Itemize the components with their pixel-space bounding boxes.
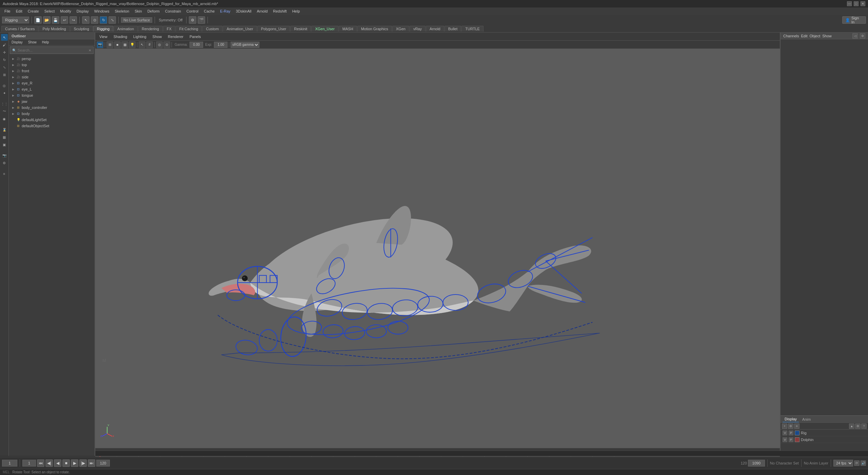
shelf-anim-user[interactable]: Animation_User (223, 26, 257, 32)
outliner-item-body-controller[interactable]: ▶ ⊞ body_controller (9, 104, 95, 111)
vp-solid-button[interactable]: ■ (114, 41, 121, 48)
layer-rig-visibility[interactable]: V (783, 431, 787, 435)
colorspace-dropdown[interactable]: sRGB gamma (231, 42, 259, 48)
select-tool-button[interactable]: ↖ (82, 16, 90, 24)
outliner-item-jaw[interactable]: ▶ ◈ jaw (9, 98, 95, 104)
menu-select[interactable]: Select (42, 8, 57, 14)
shelf-sculpting[interactable]: Sculpting (70, 26, 93, 32)
menu-control[interactable]: Control (184, 8, 201, 14)
layer-dolphin-playback[interactable]: P (789, 437, 793, 442)
layer-rig-playback[interactable]: P (789, 431, 793, 435)
settings-button[interactable]: ⚙ (1, 159, 8, 166)
menu-3dskin[interactable]: 3DskinAll (234, 8, 254, 14)
layers-help-button[interactable]: ? (861, 423, 867, 429)
outliner-item-tongue[interactable]: ▶ ⊡ tongue (9, 92, 95, 98)
camera-button[interactable]: 📷 (1, 152, 8, 159)
rotate-mode-button[interactable]: ↻ (1, 56, 8, 63)
no-live-surface-badge[interactable]: No Live Surface (121, 17, 152, 23)
vp-wireframe-button[interactable]: ⊞ (106, 41, 113, 48)
layer-options-button[interactable]: ⚙ (788, 423, 793, 429)
search-input[interactable] (18, 48, 87, 52)
shelf-bullet[interactable]: Bullet (445, 26, 461, 32)
outliner-show-menu[interactable]: Show (27, 40, 38, 44)
menu-skin[interactable]: Skin (132, 8, 144, 14)
soft-select-button[interactable]: ◎ (1, 82, 8, 89)
render-region-button[interactable]: ▦ (1, 134, 8, 140)
vp-light-button[interactable]: 💡 (129, 41, 136, 48)
vp-exposure-input[interactable] (214, 42, 228, 48)
paint-tool-button[interactable]: 🖌 (1, 41, 8, 48)
menu-constrain[interactable]: Constrain (163, 8, 183, 14)
shelf-fitcaching[interactable]: Fit Caching (176, 26, 202, 32)
layers-collapse-button[interactable]: ▲ (849, 423, 854, 429)
menu-display[interactable]: Display (74, 8, 91, 14)
expand-right-button[interactable]: ◁ (852, 33, 858, 39)
menu-cache[interactable]: Cache (201, 8, 217, 14)
menu-modify[interactable]: Modify (58, 8, 73, 14)
shelf-arnold[interactable]: Arnold (426, 26, 444, 32)
menu-redshift[interactable]: Redshift (271, 8, 289, 14)
shelf-xgen-user[interactable]: XGen_User (311, 26, 338, 32)
close-button[interactable]: ✕ (861, 1, 865, 6)
menu-create[interactable]: Create (25, 8, 41, 14)
transform-tool-button[interactable]: ⊞ (1, 71, 8, 78)
vp-camera-button[interactable]: 📷 (97, 41, 103, 48)
maximize-button[interactable]: □ (854, 1, 859, 6)
shelf-poly-user[interactable]: Polygons_User (257, 26, 290, 32)
minimize-button[interactable]: — (847, 1, 852, 6)
search-clear-icon[interactable]: ✕ (88, 49, 91, 52)
vp-menu-renderer[interactable]: Renderer (165, 34, 186, 39)
vp-menu-show[interactable]: Show (150, 34, 165, 39)
shelf-fx[interactable]: FX (163, 26, 175, 32)
menu-file[interactable]: File (2, 8, 13, 14)
layer-new-button[interactable]: + (782, 423, 787, 429)
vp-menu-panels[interactable]: Panels (187, 34, 204, 39)
play-back-button[interactable]: ◀ (54, 459, 61, 467)
outliner-item-lightset[interactable]: ▶ 💡 defaultLightSet (9, 117, 95, 123)
play-forward-button[interactable]: ▶ (71, 459, 78, 467)
vp-menu-view[interactable]: View (97, 34, 110, 39)
select-mode-button[interactable]: ↖ (1, 34, 8, 41)
shelf-vray[interactable]: vRay (410, 26, 426, 32)
prev-key-button[interactable]: ◀| (45, 459, 53, 467)
next-key-button[interactable]: |▶ (79, 459, 87, 467)
shelf-custom[interactable]: Custom (202, 26, 222, 32)
layers-display-tab[interactable]: Display (783, 416, 799, 422)
move-tool-button[interactable]: ✛ (1, 49, 8, 56)
shelf-rendering[interactable]: Rendering (138, 26, 163, 32)
layers-settings2-button[interactable]: ⚙ (855, 423, 861, 429)
layers-anim-tab[interactable]: Anim (800, 417, 813, 422)
vp-isolate-button[interactable]: ◎ (156, 41, 163, 48)
shelf-curves[interactable]: Curves / Surfaces (1, 26, 38, 32)
vp-menu-lighting[interactable]: Lighting (131, 34, 149, 39)
open-scene-button[interactable]: 📂 (43, 16, 51, 24)
sculpt-button[interactable]: ✦ (1, 90, 8, 96)
viewport-canvas[interactable]: M Y X Z (95, 49, 780, 448)
scale-mode-button[interactable]: ⤡ (1, 64, 8, 71)
layer-rig-color[interactable] (795, 431, 800, 435)
menu-help[interactable]: Help (290, 8, 302, 14)
vp-select-button[interactable]: ↖ (139, 41, 145, 48)
sign-in-button[interactable]: 👤 Sign In (842, 16, 866, 24)
skip-to-start-button[interactable]: ⏮ (37, 459, 44, 467)
object-tab[interactable]: Object (809, 34, 820, 38)
vp-menu-shading[interactable]: Shading (111, 34, 130, 39)
shelf-reskinit[interactable]: Reskinit (290, 26, 311, 32)
skip-to-end-button[interactable]: ⏭ (88, 459, 95, 467)
outliner-display-menu[interactable]: Display (10, 40, 24, 44)
loop-button[interactable]: ⟳ (854, 460, 860, 466)
outliner-item-side[interactable]: ▶ 🎥 side (9, 74, 95, 80)
outliner-item-body[interactable]: ▶ ⊡ body (9, 111, 95, 117)
new-scene-button[interactable]: 📄 (34, 16, 42, 24)
shelf-mash[interactable]: MASH (339, 26, 357, 32)
script-editor-button[interactable]: ≡ (1, 170, 8, 177)
menu-skeleton[interactable]: Skeleton (112, 8, 132, 14)
render-view-button[interactable]: 🎬 (198, 16, 205, 24)
lasso-tool-button[interactable]: ⊙ (91, 16, 98, 24)
mode-dropdown[interactable]: Rigging (2, 17, 29, 23)
outliner-item-top[interactable]: ▶ 🎥 top (9, 62, 95, 68)
layer-settings-button[interactable]: ≡ (794, 423, 800, 429)
outliner-item-front[interactable]: ▶ 🎥 front (9, 68, 95, 74)
menu-eray[interactable]: E-Ray (218, 8, 233, 14)
anim-end-input[interactable] (748, 460, 765, 467)
